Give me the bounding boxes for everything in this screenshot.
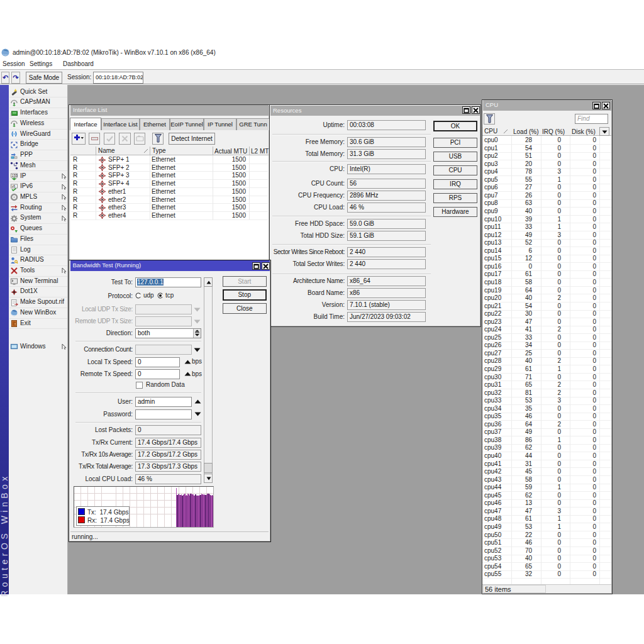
svg-text:v6: v6 bbox=[12, 184, 16, 188]
svg-text:155: 155 bbox=[12, 174, 18, 177]
